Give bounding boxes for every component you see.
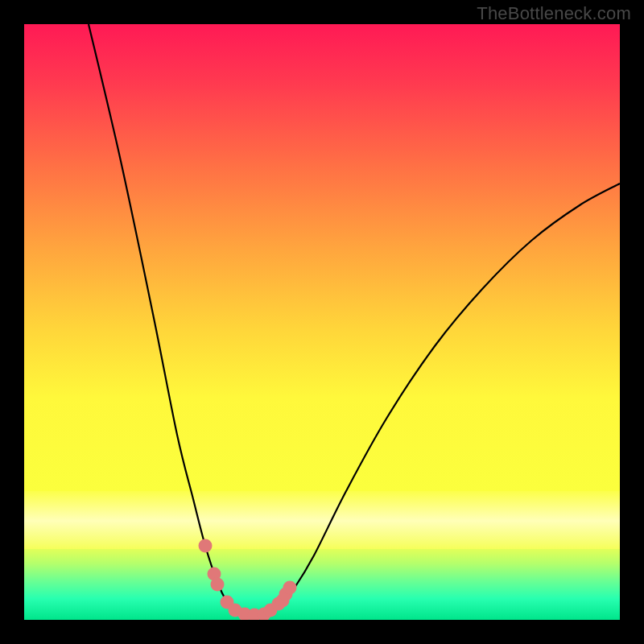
- gradient-bg-main: [24, 24, 620, 491]
- chart-container: TheBottleneck.com: [0, 0, 644, 644]
- gradient-bg-yellow-band: [24, 491, 620, 551]
- chart-svg: [24, 24, 620, 620]
- data-marker: [199, 539, 213, 553]
- plot-area: [24, 24, 620, 620]
- data-marker: [211, 578, 225, 592]
- gradient-bg-green-band: [24, 549, 620, 620]
- data-marker: [283, 581, 297, 595]
- watermark-label: TheBottleneck.com: [477, 3, 631, 24]
